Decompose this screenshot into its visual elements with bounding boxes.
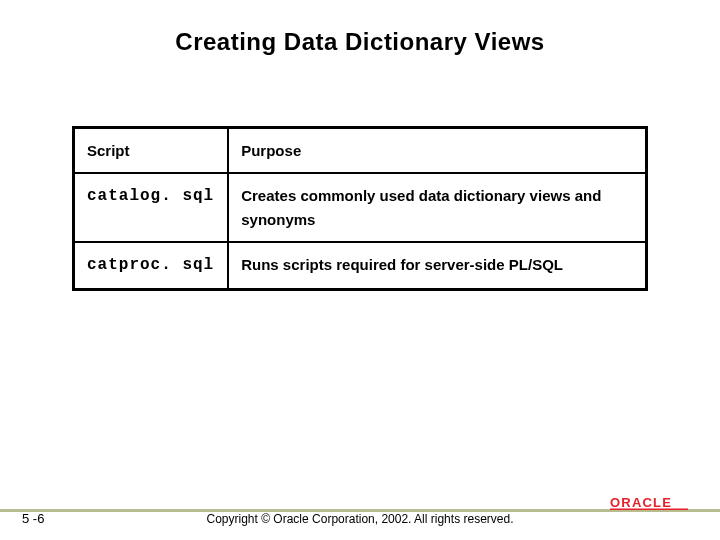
table-row: catalog. sql Creates commonly used data … [74,173,647,242]
scripts-table-container: Script Purpose catalog. sql Creates comm… [72,126,648,291]
cell-script: catproc. sql [74,242,229,289]
cell-script: catalog. sql [74,173,229,242]
cell-purpose: Creates commonly used data dictionary vi… [228,173,646,242]
header-purpose: Purpose [228,128,646,174]
logo-text: ORACLE [610,496,672,510]
copyright-text: Copyright © Oracle Corporation, 2002. Al… [0,512,720,526]
slide-footer: 5 -6 Copyright © Oracle Corporation, 200… [0,498,720,540]
table-row: catproc. sql Runs scripts required for s… [74,242,647,289]
table-header-row: Script Purpose [74,128,647,174]
header-script: Script [74,128,229,174]
oracle-logo-icon: ORACLE [610,496,702,510]
slide-title: Creating Data Dictionary Views [0,28,720,56]
cell-purpose: Runs scripts required for server-side PL… [228,242,646,289]
scripts-table: Script Purpose catalog. sql Creates comm… [72,126,648,291]
